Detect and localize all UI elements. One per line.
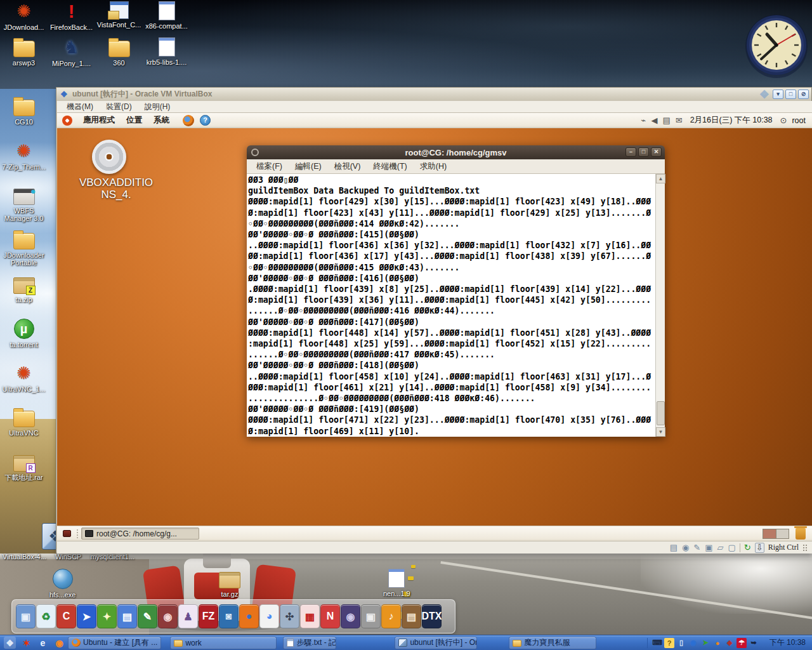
status-icon[interactable]: ▤ bbox=[670, 543, 678, 552]
resize-grip[interactable] bbox=[802, 544, 808, 552]
power-icon[interactable]: ⊙ bbox=[780, 116, 787, 125]
trash-icon[interactable] bbox=[796, 528, 806, 540]
quick-launch-icon[interactable]: ❖ bbox=[4, 637, 16, 649]
workspace-1[interactable] bbox=[763, 529, 776, 538]
ubuntu-tray-icon[interactable]: ⌁ bbox=[641, 116, 646, 125]
menu-item[interactable]: 檔案(F) bbox=[251, 160, 288, 173]
ubuntu-panel-menu[interactable]: 應用程式 bbox=[77, 114, 121, 127]
tray-icon[interactable]: ? bbox=[664, 638, 674, 648]
maximize-button[interactable]: □ bbox=[785, 90, 796, 99]
tray-icon[interactable]: ◆ bbox=[724, 638, 735, 648]
desktop-icon[interactable]: ta.zip bbox=[0, 274, 48, 312]
dock-icon[interactable]: ✣ bbox=[280, 604, 299, 628]
virtualbox-titlebar[interactable]: ❖ ubunut [執行中] - Oracle VM VirtualBox ❖ … bbox=[56, 88, 811, 101]
desktop-icon[interactable]: krb5-libs-1.... bbox=[143, 37, 190, 67]
desktop-icon[interactable]: arswp3 bbox=[0, 37, 48, 67]
terminal-window-menu-icon[interactable] bbox=[251, 149, 259, 156]
desktop-icon[interactable]: UltraVNC_1... bbox=[0, 363, 48, 401]
ubuntu-tray-icon[interactable]: ✉ bbox=[676, 116, 683, 125]
desktop-icon[interactable]: MiPony_1.... bbox=[48, 37, 95, 67]
tray-icon[interactable]: ● bbox=[712, 638, 723, 648]
tray-icon[interactable]: ◉ bbox=[688, 638, 698, 648]
show-desktop-button[interactable] bbox=[60, 527, 74, 540]
close-button[interactable]: ✕ bbox=[651, 147, 662, 157]
menu-item[interactable]: 裝置(D) bbox=[100, 101, 138, 113]
scroll-down-button[interactable]: ▼ bbox=[656, 427, 665, 437]
workspace-switcher[interactable] bbox=[763, 529, 789, 539]
mouse-integration-icon[interactable]: ⇩ bbox=[755, 543, 764, 553]
dock-icon[interactable]: ▤ bbox=[117, 604, 137, 628]
dock-icon[interactable]: N bbox=[320, 604, 340, 628]
menu-item[interactable]: 機器(M) bbox=[61, 101, 99, 113]
desktop-icon[interactable]: tar.gz bbox=[206, 569, 252, 599]
quick-launch-icon[interactable]: ✶ bbox=[20, 637, 32, 649]
status-icon[interactable]: ▱ bbox=[717, 543, 724, 552]
desktop-icon[interactable]: 下載地址.rar bbox=[0, 452, 48, 490]
desktop-icon[interactable]: 360 bbox=[95, 37, 143, 67]
menu-item[interactable]: 求助(H) bbox=[414, 160, 452, 173]
desktop-icon[interactable]: UltraVNC bbox=[0, 408, 48, 446]
menu-item[interactable]: 檢視(V) bbox=[329, 160, 367, 173]
dock-icon[interactable]: ◙ bbox=[219, 604, 239, 628]
close-button[interactable]: ⊘ bbox=[798, 90, 809, 99]
dock-icon[interactable]: ✎ bbox=[138, 604, 157, 628]
ubuntu-logo-icon[interactable] bbox=[62, 116, 72, 126]
desktop-icon[interactable]: JDownload... bbox=[0, 1, 48, 31]
quick-launch-icon[interactable]: e bbox=[37, 637, 49, 649]
desktop-icon[interactable]: JDownloader Portable bbox=[0, 230, 48, 268]
desktop-icon[interactable]: 7-Zip_Them... bbox=[0, 141, 48, 179]
dock-icon[interactable]: ● bbox=[239, 604, 259, 628]
desktop-icon[interactable]: x86-compat... bbox=[143, 1, 190, 31]
dock-icon[interactable]: ➤ bbox=[77, 604, 96, 628]
terminal-content[interactable]: ØØ3 ØØØ▯ØØ guildItemBox Data Backuped To… bbox=[247, 174, 655, 437]
taskbar-task-button[interactable]: ubunut [執行中] - Or... bbox=[395, 637, 477, 649]
desktop-icon-label[interactable]: WinSCP bbox=[55, 553, 82, 560]
menu-item[interactable]: 說明(H) bbox=[139, 101, 176, 113]
status-icon[interactable]: ✎ bbox=[693, 543, 700, 552]
taskbar-task-button[interactable]: 步驟.txt - 記事本 bbox=[283, 637, 336, 649]
minimize-button[interactable]: – bbox=[625, 147, 636, 157]
ubuntu-tray-icon[interactable]: ▤ bbox=[662, 116, 670, 125]
dock-icon[interactable]: DTX bbox=[422, 604, 442, 628]
taskbar-task-button[interactable]: Ubuntu - 建立 [具有 ... bbox=[68, 637, 161, 649]
dock-icon[interactable]: C bbox=[56, 604, 76, 628]
desktop-icon[interactable]: VistaFont_C... bbox=[95, 1, 143, 31]
desktop-icon[interactable]: WBFS Manager 3.0 bbox=[0, 185, 48, 223]
dock-icon[interactable]: ♻ bbox=[36, 604, 56, 628]
scroll-up-button[interactable]: ▲ bbox=[656, 174, 665, 183]
desktop-icon[interactable]: hfs...exe bbox=[39, 569, 86, 599]
status-icon[interactable]: ◉ bbox=[682, 543, 689, 552]
dock-icon[interactable]: FZ bbox=[199, 604, 218, 628]
scrollbar-thumb[interactable] bbox=[657, 401, 665, 425]
tray-icon[interactable]: ⌨ bbox=[652, 638, 662, 648]
auto-resize-icon[interactable]: ↻ bbox=[744, 543, 751, 552]
help-launcher-icon[interactable]: ? bbox=[200, 115, 211, 126]
tray-icon[interactable]: ➥ bbox=[749, 638, 759, 648]
dock-icon[interactable]: ◕ bbox=[259, 604, 279, 628]
dock-icon[interactable]: ◉ bbox=[158, 604, 178, 628]
terminal-scrollbar[interactable]: ▲ ▼ bbox=[655, 174, 665, 437]
ubuntu-tray-icon[interactable]: ◀ bbox=[651, 116, 657, 125]
quick-launch-icon[interactable]: ◉ bbox=[53, 637, 65, 649]
dock-icon[interactable]: ✦ bbox=[97, 604, 117, 628]
dock-icon[interactable]: ▣ bbox=[361, 604, 381, 628]
dock-icon[interactable]: ▣ bbox=[16, 604, 36, 628]
desktop-icon-label[interactable]: mysqlclient1... bbox=[90, 553, 134, 560]
tray-icon[interactable]: ☂ bbox=[737, 638, 747, 648]
ubuntu-panel-menu[interactable]: 位置 bbox=[121, 114, 148, 127]
desktop-icon[interactable]: FirefoxBack... bbox=[48, 1, 95, 31]
dock-icon[interactable]: ♟ bbox=[178, 604, 198, 628]
window-list-button[interactable]: root@CG: /home/cg/g... bbox=[81, 527, 199, 540]
vbox-additions-cd-icon[interactable] bbox=[92, 140, 126, 174]
desktop-icon-label[interactable]: VirtualBox-4... bbox=[3, 553, 46, 560]
taskbar-clock[interactable]: 下午 10:38 bbox=[763, 637, 808, 648]
desktop-icon[interactable]: CG10 bbox=[0, 96, 48, 135]
dock-icon[interactable]: ▤ bbox=[402, 604, 421, 628]
session-user-label[interactable]: root bbox=[792, 116, 806, 125]
status-icon[interactable]: ▢ bbox=[728, 543, 736, 552]
menu-item[interactable]: 編輯(E) bbox=[289, 160, 327, 173]
maximize-button[interactable]: □ bbox=[638, 147, 649, 157]
dock-icon[interactable]: ◉ bbox=[341, 604, 360, 628]
tray-icon[interactable]: ➤ bbox=[700, 638, 710, 648]
ubuntu-clock[interactable]: 2月16日(三) 下午 10:38 bbox=[690, 115, 773, 126]
